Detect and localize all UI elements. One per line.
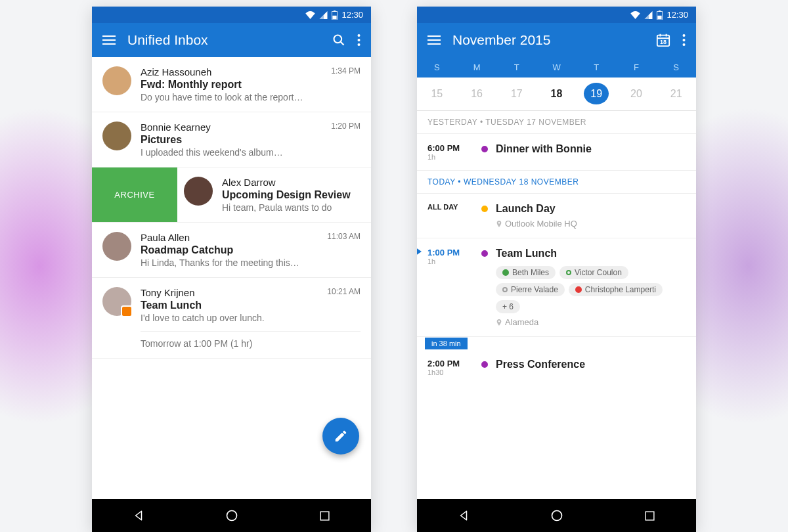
event-item[interactable]: 6:00 PM1hDinner with Bonnie (417, 134, 696, 171)
battery-icon (332, 11, 338, 20)
svg-point-13 (683, 34, 686, 37)
hamburger-icon[interactable] (427, 35, 441, 45)
cell-icon (644, 11, 653, 19)
event-dot (481, 146, 488, 152)
calendar-badge-icon (121, 305, 133, 317)
subject: Roadmap Catchup (141, 244, 361, 256)
svg-point-4 (358, 34, 361, 37)
hamburger-icon[interactable] (102, 35, 116, 45)
now-indicator-icon (417, 248, 422, 255)
event-item[interactable]: 2:00 PM1h30Press Conference (417, 349, 696, 379)
sender: Alex Darrow (222, 177, 276, 188)
nav-bar (92, 499, 371, 532)
email-item[interactable]: Bonnie Kearney1:20 PMPicturesI uploaded … (92, 112, 371, 167)
app-bar: November 2015 18 (417, 23, 696, 57)
sender: Aziz Hassouneh (141, 66, 211, 78)
svg-point-16 (552, 511, 561, 521)
subject: Team Lunch (141, 299, 361, 311)
avatar (184, 177, 213, 206)
nav-bar (417, 499, 696, 532)
recent-icon[interactable] (319, 510, 330, 521)
home-icon[interactable] (550, 509, 563, 522)
overflow-icon[interactable] (357, 34, 361, 46)
preview: I uploaded this weekend's album… (141, 147, 361, 158)
status-time: 12:30 (341, 10, 363, 20)
event-item-current[interactable]: 1:00 PM1hTeam Lunch Beth Miles Victor Co… (417, 238, 696, 337)
email-item[interactable]: Aziz Hassouneh1:34 PMFwd: Monthly report… (92, 57, 371, 112)
date-picker-row[interactable]: 15161718192021 (417, 78, 696, 111)
svg-point-6 (358, 43, 361, 46)
event-location: Alameda (496, 317, 686, 327)
preview: Do you have time to look at the report… (141, 92, 361, 102)
wifi-icon (630, 11, 640, 19)
email-list[interactable]: Aziz Hassouneh1:34 PMFwd: Monthly report… (92, 57, 371, 359)
overflow-icon[interactable] (682, 34, 686, 46)
weekday-header: SMTWTFS (417, 57, 696, 78)
calendar-info: Tomorrow at 1:00 PM (1 hr) (141, 331, 361, 349)
inbox-content: Aziz Hassouneh1:34 PMFwd: Monthly report… (92, 57, 371, 499)
email-item[interactable]: Paula Allen11:03 AMRoadmap CatchupHi Lin… (92, 223, 371, 278)
svg-point-14 (683, 39, 686, 41)
phone-inbox: 12:30 Unified Inbox Aziz Hassouneh1:34 P… (92, 7, 371, 532)
attendee-chip: Pierre Valade (496, 283, 565, 296)
status-bar: 12:30 (92, 7, 371, 23)
recent-icon[interactable] (644, 510, 655, 521)
attendee-chip: Victor Coulon (559, 266, 628, 279)
attendee-more: + 6 (496, 300, 520, 313)
date-cell-today[interactable]: 18 (536, 78, 577, 110)
date-cell[interactable]: 20 (617, 78, 657, 110)
date-cell[interactable]: 16 (457, 78, 497, 110)
subject: Pictures (141, 134, 361, 146)
back-icon[interactable] (458, 510, 470, 521)
svg-rect-8 (320, 512, 329, 520)
svg-point-7 (227, 511, 236, 521)
agenda-list[interactable]: YESTERDAY • TUESDAY 17 NOVEMBER 6:00 PM1… (417, 111, 696, 499)
svg-point-5 (358, 39, 361, 41)
event-item[interactable]: ALL DAYLaunch DayOutlook Mobile HQ (417, 194, 696, 238)
time: 10:21 AM (327, 287, 361, 298)
date-cell-selected[interactable]: 19 (577, 78, 617, 110)
email-item-swiped[interactable]: ARCHIVEAlex DarrowUpcoming Design Review… (92, 167, 371, 223)
attendee-chips: Beth Miles Victor Coulon Pierre Valade C… (496, 266, 686, 313)
attendee-chip: Christophe Lamperti (569, 283, 663, 296)
subject: Upcoming Design Review (222, 189, 364, 201)
event-dot (481, 250, 488, 257)
time: 11:03 AM (327, 232, 361, 243)
sender: Bonnie Kearney (141, 122, 211, 133)
date-cell[interactable]: 21 (656, 78, 696, 110)
section-header: YESTERDAY • TUESDAY 17 NOVEMBER (417, 111, 696, 134)
event-dot (481, 206, 488, 212)
section-header-today: TODAY • WEDNESDAY 18 NOVEMBER (417, 171, 696, 194)
svg-point-3 (334, 35, 342, 43)
avatar (102, 232, 131, 261)
wifi-icon (305, 11, 315, 19)
email-item[interactable]: Tony Krijnen10:21 AMTeam LunchI'd love t… (92, 278, 371, 359)
avatar (102, 287, 131, 316)
svg-rect-11 (658, 15, 662, 18)
countdown-badge: in 38 min (425, 338, 468, 349)
svg-rect-17 (646, 512, 654, 520)
search-icon[interactable] (332, 33, 345, 47)
back-icon[interactable] (133, 510, 144, 521)
date-cell[interactable]: 15 (417, 78, 457, 110)
preview: Hi team, Paula wants to do (222, 202, 364, 213)
svg-point-15 (683, 43, 686, 46)
compose-fab[interactable] (322, 418, 359, 454)
time: 1:34 PM (331, 66, 361, 78)
sender: Paula Allen (141, 232, 190, 243)
phone-calendar: 12:30 November 2015 18 SMTWTFS 151617181… (417, 7, 696, 532)
avatar (102, 66, 131, 95)
date-cell[interactable]: 17 (496, 78, 536, 110)
event-dot (481, 361, 488, 368)
preview: I'd love to catch up over lunch. (141, 313, 361, 323)
time: 1:20 PM (331, 122, 361, 133)
cell-icon (319, 11, 328, 19)
home-icon[interactable] (225, 509, 238, 522)
inbox-title: Unified Inbox (127, 32, 320, 48)
calendar-title: November 2015 (452, 32, 644, 48)
archive-action[interactable]: ARCHIVE (92, 167, 177, 222)
status-time: 12:30 (667, 10, 688, 20)
svg-rect-2 (333, 15, 337, 18)
event-location: Outlook Mobile HQ (496, 219, 686, 229)
calendar-today-icon[interactable]: 18 (656, 33, 670, 47)
